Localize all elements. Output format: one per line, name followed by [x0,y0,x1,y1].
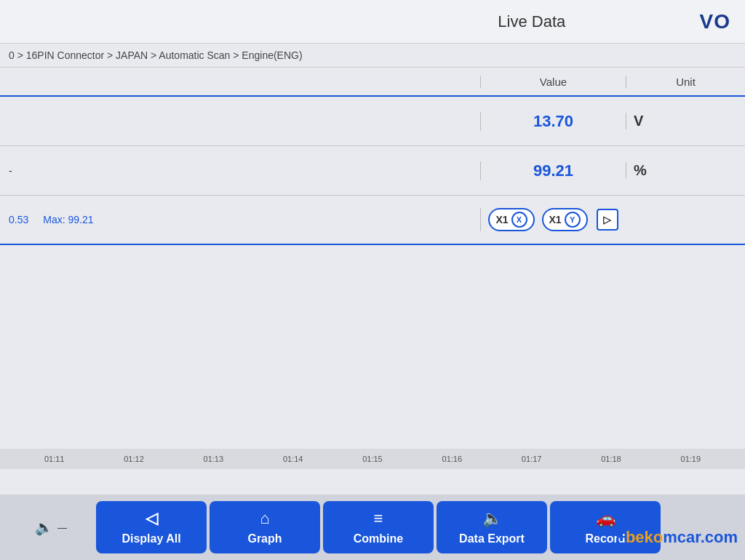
x1-label: X1 [495,214,508,225]
col-unit-header: Unit [626,76,745,88]
x-circle: X [511,212,527,228]
header-logo: VO [700,10,730,33]
y-axis-btn[interactable]: X1 Y [542,208,588,231]
row-1-unit: V [626,113,745,129]
watermark: +bekomcar.com [616,528,738,547]
combine-button[interactable]: ≡ Combine [323,501,434,553]
row-2-name: - [0,165,480,177]
table-row: - 99.21 % [0,146,745,196]
timeline-item: 01:18 [571,455,650,463]
timeline-item: 01:11 [15,455,94,463]
display-all-button[interactable]: ◁ Display All [96,501,207,553]
display-all-icon: ◁ [146,509,158,528]
timeline-item: 01:14 [253,455,332,463]
chart-area [0,245,745,449]
graph-row-name: 0.53 Max: 99.21 [0,214,480,225]
breadcrumb: 0 > 16PIN Connector > JAPAN > Automatic … [0,44,745,68]
header: Live Data VO [0,0,745,44]
timeline: 01:1101:1201:1301:1401:1501:1601:1701:18… [0,449,745,469]
graph-row: 0.53 Max: 99.21 X1 X X1 Y ▷ [0,196,745,245]
toolbar: 🔈 — ◁ Display All ⌂ Graph ≡ Combine 🔈 Da… [0,495,745,560]
watermark-mcar: mcar.com [663,528,738,546]
combine-icon: ≡ [374,509,383,528]
col-value-header: Value [480,76,626,88]
row-1-value: 13.70 [480,112,626,131]
watermark-plus: + [616,528,626,546]
graph-axis-controls: X1 X X1 Y ▷ [480,208,626,231]
max-label: Max: 99.21 [43,214,93,225]
graph-label: Graph [247,532,282,545]
graph-button[interactable]: ⌂ Graph [210,501,320,553]
timeline-item: 01:19 [651,455,730,463]
row-2-unit: % [626,162,745,179]
timeline-item: 01:13 [174,455,253,463]
data-export-button[interactable]: 🔈 Data Export [437,501,547,553]
data-export-icon: 🔈 [482,509,502,528]
x2-label: X1 [549,214,562,225]
row-2-value: 99.21 [480,161,626,180]
min-value: 0.53 [9,214,28,225]
extra-btn[interactable]: ▷ [597,209,618,231]
timeline-item: 01:17 [492,455,571,463]
timeline-item: 01:16 [413,455,492,463]
table-header: Value Unit [0,68,745,97]
table-row: 13.70 V [0,97,745,146]
record-icon: 🚗 [596,509,615,528]
timeline-item: 01:15 [332,455,412,463]
watermark-beko: beko [626,528,663,546]
x-axis-btn[interactable]: X1 X [488,208,534,231]
graph-icon: ⌂ [260,509,269,528]
page-title: Live Data [498,12,565,31]
y-circle: Y [565,212,581,228]
data-export-label: Data Export [459,532,525,545]
volume-label: — [57,522,67,533]
combine-label: Combine [354,532,403,545]
volume-icon: 🔈 [35,519,53,536]
volume-control: 🔈 — [7,519,95,536]
display-all-label: Display All [121,532,180,545]
timeline-item: 01:12 [94,455,173,463]
